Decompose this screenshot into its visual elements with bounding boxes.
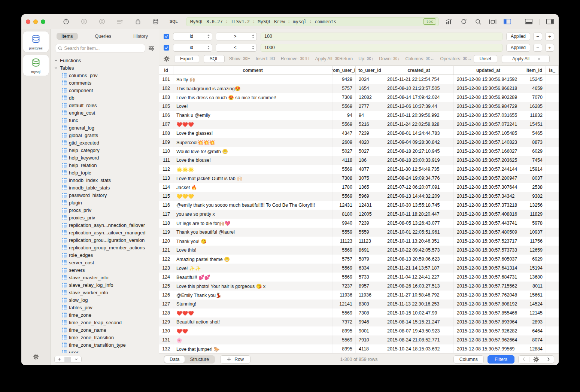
cell-is_[interactable] — [546, 120, 559, 129]
cell-item_id[interactable]: 2893 — [523, 317, 546, 326]
cell-created_at[interactable]: 2015-09-13 14:44:32.209 — [384, 192, 454, 201]
cell-comment[interactable]: @emily thank you soooo much beautiful!!!… — [173, 201, 332, 210]
column-header-item_id[interactable]: item_id — [523, 66, 546, 75]
add-item-button[interactable]: + — [55, 356, 64, 362]
cell-item_id[interactable]: 11829 — [523, 210, 546, 219]
cell-is_[interactable] — [546, 183, 559, 192]
cell-comment[interactable]: Supercool💥💥💥 — [173, 138, 332, 147]
table-row[interactable]: 123Love! ✨✨556963342015-11-21 14:13:57.1… — [159, 264, 559, 273]
cell-to_user_id[interactable]: 7308 — [356, 309, 384, 317]
cell-from_user_id[interactable]: 9429 — [332, 75, 356, 84]
sidebar-item-server_cost[interactable]: server_cost — [54, 259, 159, 266]
sidebar-item-tables_priv[interactable]: tables_priv — [54, 304, 159, 311]
refresh-icon[interactable] — [459, 18, 468, 26]
cell-to_user_id[interactable]: 8691 — [356, 246, 384, 255]
cell-from_user_id[interactable]: 2609 — [332, 138, 356, 147]
sidebar-item-global_grants[interactable]: global_grants — [54, 131, 159, 139]
cell-to_user_id[interactable]: 5559 — [356, 228, 384, 237]
table-row[interactable]: 128❤️❤️❤️556973082015-10-15 10:02:47.992… — [159, 309, 559, 317]
cell-item_id[interactable]: 7454 — [523, 156, 546, 165]
cell-from_user_id[interactable]: 5569 — [332, 246, 356, 255]
cell-id[interactable]: 129 — [159, 317, 173, 326]
cell-item_id[interactable]: 14524 — [523, 300, 546, 309]
list-up-icon[interactable] — [116, 18, 124, 26]
cell-to_user_id[interactable]: 2024 — [356, 75, 384, 84]
cell-from_user_id[interactable]: 12431 — [332, 201, 356, 210]
cell-to_user_id[interactable]: 5733 — [356, 273, 384, 282]
cell-from_user_id[interactable]: 8180 — [332, 210, 356, 219]
cell-from_user_id[interactable]: 5757 — [332, 84, 356, 93]
connection-postgres[interactable]: postgres — [23, 31, 49, 52]
sidebar-item-help_category[interactable]: help_category — [54, 146, 159, 154]
cell-to_user_id[interactable]: 2777 — [356, 102, 384, 111]
cell-from_user_id[interactable]: 5569 — [332, 120, 356, 129]
chevron-down-icon[interactable] — [54, 66, 58, 70]
cell-comment[interactable]: ❤️❤️❤️ — [173, 309, 332, 317]
fit-width-icon[interactable] — [489, 18, 497, 26]
cell-updated_at[interactable]: 2015-12-08 15:30:57.605037 — [454, 255, 523, 264]
cell-comment[interactable]: Love that jumper! 🐎 — [173, 344, 332, 353]
cell-to_user_id[interactable]: 7239 — [356, 219, 384, 228]
cell-is_[interactable] — [546, 335, 559, 344]
cell-comment[interactable]: Amazing pastel theme 😁 — [173, 255, 332, 264]
sidebar-item-func[interactable]: func — [54, 116, 159, 124]
add-item-chevron[interactable] — [71, 358, 81, 361]
cell-comment[interactable]: Love! ✨✨ — [173, 264, 332, 273]
table-row[interactable]: 115💛💛💛556959692015-09-13 14:44:32.209201… — [159, 192, 559, 201]
cell-is_[interactable] — [546, 237, 559, 246]
sidebar-item-replication_group_member_actions[interactable]: replication_group_member_actions — [54, 244, 159, 251]
tab-items[interactable]: Items — [57, 33, 78, 40]
table-row[interactable]: 127Stunning!1214183032015-11-13 22:30:16… — [159, 300, 559, 309]
cell-from_user_id[interactable]: 4118 — [332, 156, 356, 165]
cell-created_at[interactable]: 2015-08-07 19:43:50.923 — [384, 326, 454, 335]
chevron-down-icon[interactable] — [54, 59, 58, 62]
cell-comment[interactable]: Love! — [173, 102, 332, 111]
cell-updated_at[interactable]: 2015-12-08 15:30:57.715562 — [454, 282, 523, 291]
table-row[interactable]: 124Beautiful!! 💕💕556957332015-11-04 12:2… — [159, 273, 559, 282]
cell-comment[interactable]: Thank you! 😘 — [173, 237, 332, 246]
cell-from_user_id[interactable]: 5027 — [332, 147, 356, 156]
cell-is_[interactable] — [546, 201, 559, 210]
filter-operator-select[interactable]: > — [216, 33, 257, 40]
cell-item_id[interactable]: 6929 — [523, 255, 546, 264]
next-page-icon[interactable] — [543, 357, 554, 361]
cell-created_at[interactable]: 2015-10-11 13:20:46.351 — [384, 237, 454, 246]
tab-history[interactable]: History — [128, 33, 153, 40]
cell-is_[interactable] — [546, 344, 559, 353]
cell-comment[interactable]: Stunning! — [173, 300, 332, 309]
cell-id[interactable]: 126 — [159, 291, 173, 300]
cell-to_user_id[interactable]: 12431 — [356, 201, 384, 210]
column-header-updated_at[interactable]: updated_at — [454, 66, 523, 75]
filter-enabled-checkbox[interactable] — [164, 34, 169, 39]
table-row[interactable]: 114Jacket 🔥178013652015-07-12 06:20:07.0… — [159, 183, 559, 192]
cell-id[interactable]: 123 — [159, 264, 173, 273]
cell-updated_at[interactable]: 2015-12-08 15:30:57.480509 — [454, 228, 523, 237]
cell-created_at[interactable]: 2015-10-24 18:15:03.692 — [384, 344, 454, 353]
sidebar-item-replication_asynailover_managed[interactable]: replication_asyn...ailover_managed — [54, 229, 159, 236]
sidebar-item-servers[interactable]: servers — [54, 266, 159, 274]
cell-item_id[interactable]: 16285 — [523, 102, 546, 111]
remove-filter-button[interactable]: − — [533, 44, 542, 52]
cell-id[interactable]: 106 — [159, 111, 173, 120]
cell-item_id[interactable]: 8037 — [523, 174, 546, 183]
cell-created_at[interactable]: 2015-11-21 22:12:54.754 — [384, 75, 454, 84]
cell-updated_at[interactable]: 2015-12-08 15:30:57.926282 — [454, 326, 523, 335]
cell-created_at[interactable]: 2015-08-14 15:15:21.247 — [384, 317, 454, 326]
cell-id[interactable]: 124 — [159, 273, 173, 282]
cell-id[interactable]: 105 — [159, 102, 173, 111]
cell-created_at[interactable]: 2015-08-18 20:27:10.945 — [384, 147, 454, 156]
cell-updated_at[interactable]: 2015-12-08 15:30:57.34342 — [454, 192, 523, 201]
cell-comment[interactable]: Beautiful action shot! — [173, 317, 332, 326]
column-header-comment[interactable]: comment — [173, 66, 332, 75]
sidebar-item-general_log[interactable]: general_log — [54, 124, 159, 131]
cell-item_id[interactable]: 15451 — [523, 120, 546, 129]
cell-is_[interactable] — [546, 300, 559, 309]
sidebar-item-role_edges[interactable]: role_edges — [54, 251, 159, 259]
cell-comment[interactable]: Ur legs are to die for🙌🏼💖 — [173, 219, 332, 228]
table-row[interactable]: 132Love that jumper! 🐎899541182015-10-24… — [159, 344, 559, 353]
column-header-id[interactable]: id — [159, 66, 173, 75]
cell-id[interactable]: 128 — [159, 309, 173, 317]
cell-to_user_id[interactable]: 6334 — [356, 264, 384, 273]
columns-button[interactable]: Columns — [453, 355, 484, 364]
sidebar-item-db[interactable]: db — [54, 94, 159, 101]
